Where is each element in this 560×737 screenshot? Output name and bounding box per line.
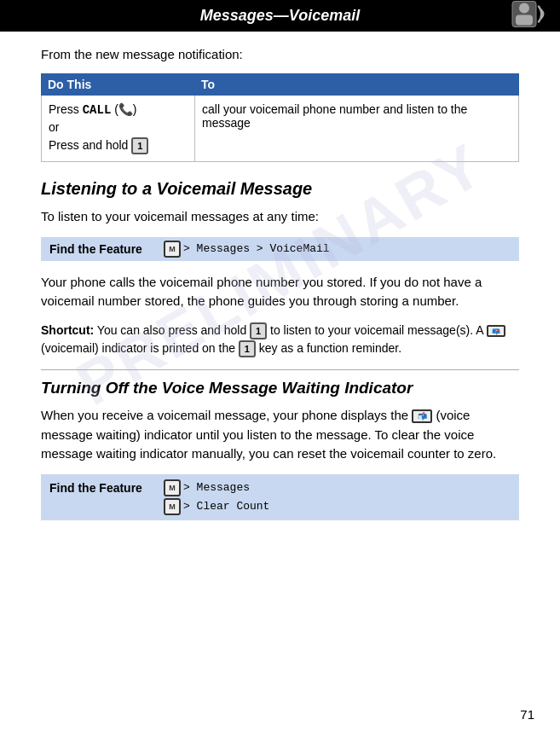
section1-para1: Your phone calls the voicemail phone num…	[41, 273, 519, 311]
voice-waiting-icon: 📬	[412, 409, 432, 423]
svg-rect-2	[516, 15, 533, 25]
shortcut-paragraph: Shortcut: You can also press and hold 1 …	[41, 322, 519, 358]
section2-para1: When you receive a voicemail message, yo…	[41, 406, 519, 464]
shortcut-key-2: 1	[239, 340, 256, 357]
col-do-header: Do This	[41, 73, 194, 96]
shortcut-text2: to listen to your voicemail message(s). …	[267, 323, 487, 337]
table-body-row: Press CALL (📞) or Press and hold 1 call …	[41, 96, 519, 162]
call-text: CALL	[83, 103, 112, 117]
section1-heading: Listening to a Voicemail Message	[41, 179, 519, 199]
do-press-call: Press CALL (📞)	[49, 102, 188, 117]
voicemail-indicator-icon: 📪	[487, 325, 505, 337]
find-feature-rows: M > Messages M > Clear Count	[164, 479, 269, 515]
main-content: From the new message notification: Do Th…	[0, 32, 560, 548]
section1-intro: To listen to your voicemail messages at …	[41, 207, 519, 227]
shortcut-text4: key as a function reminder.	[256, 341, 401, 355]
press-hold-line: Press and hold 1	[49, 137, 188, 154]
menu-icon-1: M	[164, 241, 181, 258]
find-feature-path-2a: > Messages	[183, 481, 250, 494]
shortcut-key: 1	[250, 322, 267, 339]
section2-heading: Turning Off the Voice Message Waiting In…	[41, 379, 519, 398]
phone-icon-inline: 📞	[118, 102, 133, 116]
page-number: 71	[520, 707, 534, 722]
shortcut-text3: (voicemail) indicator is printed on the	[41, 341, 239, 355]
intro-text: From the new message notification:	[41, 47, 519, 61]
table-header-row: Do This To	[41, 73, 519, 96]
find-feature-row-1: M > Messages	[164, 479, 269, 496]
find-feature-bar-1: Find the Feature M > Messages > VoiceMai…	[41, 237, 519, 261]
header-title: Messages—Voicemail	[200, 7, 360, 25]
svg-point-1	[519, 3, 529, 13]
shortcut-text1: You can also press and hold	[94, 323, 250, 337]
find-feature-path-2b: > Clear Count	[183, 500, 269, 513]
section-divider	[41, 369, 519, 370]
find-feature-label-2: Find the Feature	[49, 479, 143, 495]
menu-icon-2a: M	[164, 479, 181, 496]
do-column: Press CALL (📞) or Press and hold 1	[42, 96, 195, 161]
shortcut-label: Shortcut:	[41, 323, 94, 337]
col-to-header: To	[194, 73, 519, 96]
find-feature-label-1: Find the Feature	[49, 242, 143, 256]
to-column: call your voicemail phone number and lis…	[195, 96, 518, 161]
section-listening: Listening to a Voicemail Message To list…	[41, 179, 519, 357]
section-turning-off: Turning Off the Voice Message Waiting In…	[41, 379, 519, 520]
find-feature-row-2: M > Clear Count	[164, 498, 269, 515]
do-this-table: Do This To Press CALL (📞) or Press and h…	[41, 73, 519, 162]
find-feature-path-1: > Messages > VoiceMail	[183, 242, 330, 255]
menu-icon-2b: M	[164, 498, 181, 515]
one-key-icon: 1	[131, 137, 148, 154]
or-text: or	[49, 120, 188, 134]
section2-para1-start: When you receive a voicemail message, yo…	[41, 408, 412, 422]
voicemail-header-icon	[511, 0, 548, 32]
page-header: Messages—Voicemail	[0, 0, 560, 32]
find-feature-bar-2: Find the Feature M > Messages M > Clear …	[41, 474, 519, 520]
